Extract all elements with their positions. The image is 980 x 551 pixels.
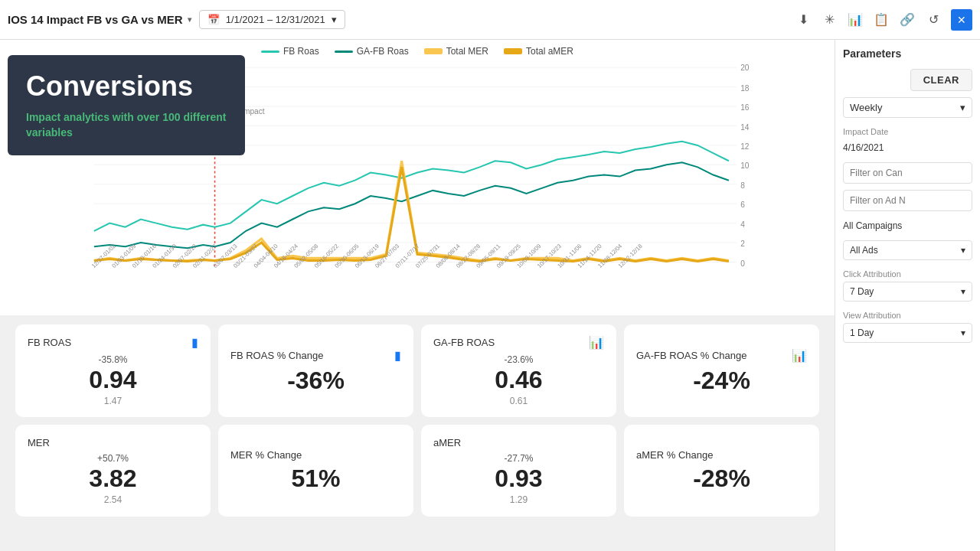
card-amer-pct-value: -28% (693, 465, 750, 492)
view-attribution-value: 1 Day (850, 328, 874, 338)
date-dropdown-icon: ▾ (332, 14, 337, 25)
svg-text:16: 16 (740, 103, 750, 112)
card-mer-title-row: MER (28, 437, 198, 448)
card-amer-value: 0.93 (495, 465, 542, 492)
click-attribution-select[interactable]: 7 Day ▾ (843, 282, 972, 302)
download-icon[interactable]: ⬇ (795, 11, 812, 28)
metric-card-fb-roas: FB ROAS ▮ -35.8% 0.94 1.47 (15, 324, 211, 417)
legend-total-amer-line (504, 48, 522, 54)
all-ads-select[interactable]: All Ads ▾ (843, 240, 972, 260)
card-ga-fb-change: -23.6% (504, 354, 533, 365)
card-mer-baseline: 2.54 (104, 494, 122, 505)
close-button[interactable]: ✕ (951, 9, 972, 31)
card-fb-roas-pct-title-row: FB ROAS % Change ▮ (230, 348, 401, 363)
card-ga-fb-pct-title-row: GA-FB ROAS % Change 📊 (636, 348, 807, 363)
all-campaigns-label: All Campaigns (843, 217, 972, 234)
view-attribution-select[interactable]: 1 Day ▾ (843, 323, 972, 343)
card-amer-title: aMER (433, 437, 461, 448)
clear-button[interactable]: CLEAR (910, 69, 972, 91)
legend-total-amer-label: Total aMER (526, 46, 573, 57)
header-icons: ⬇ ✳ 📊 📋 🔗 ↺ ✕ (795, 9, 972, 31)
card-mer-pct-title-row: MER % Change (230, 449, 401, 461)
legend-total-mer: Total MER (424, 46, 488, 57)
cards-row-1: FB ROAS ▮ -35.8% 0.94 1.47 FB ROAS % Cha… (15, 324, 819, 417)
bar-chart-icon[interactable]: 📊 (847, 11, 864, 28)
copy-icon[interactable]: 📋 (873, 11, 890, 28)
card-ga-fb-title: GA-FB ROAS (433, 337, 495, 348)
refresh-icon[interactable]: ↺ (925, 11, 942, 28)
card-ga-fb-value: 0.46 (495, 367, 542, 393)
legend-total-amer: Total aMER (504, 46, 573, 57)
filter-ad-input[interactable] (843, 190, 972, 211)
date-range-text: 1/1/2021 – 12/31/2021 (226, 14, 325, 25)
filter-campaign-input[interactable] (843, 162, 972, 184)
filter-ad-section (843, 190, 972, 211)
card-mer-pct-value: 51% (291, 465, 340, 492)
card-fb-roas-baseline: 1.47 (104, 396, 122, 406)
impact-date-section: Impact Date 4/16/2021 (843, 124, 972, 156)
svg-text:0: 0 (740, 259, 745, 268)
date-picker[interactable]: 📅 1/1/2021 – 12/31/2021 ▾ (199, 10, 345, 29)
all-ads-dropdown-icon: ▾ (961, 245, 965, 256)
legend-ga-fb-roas-label: GA-FB Roas (357, 46, 409, 57)
facebook-icon: ▮ (191, 335, 198, 350)
view-attribution-dropdown-icon: ▾ (961, 328, 965, 338)
card-ga-fb-pct-title: GA-FB ROAS % Change (636, 350, 747, 361)
frequency-label: Weekly (850, 102, 882, 113)
card-fb-roas-value: 0.94 (89, 367, 136, 393)
metric-card-mer: MER +50.7% 3.82 2.54 (15, 425, 211, 517)
filter-campaign-section (843, 162, 972, 184)
legend-total-mer-label: Total MER (446, 46, 488, 57)
content-area: Conversions Impact analytics with over 1… (0, 40, 835, 551)
sidebar-title: Parameters (843, 47, 972, 60)
metric-card-fb-roas-change: FB ROAS % Change ▮ -36% (218, 324, 413, 417)
card-amer-pct-title-row: aMER % Change (636, 449, 807, 461)
analytics-icon-2: 📊 (792, 348, 807, 363)
click-attribution-section: Click Attribution 7 Day ▾ (843, 266, 972, 302)
metric-card-amer-change: aMER % Change -28% (624, 425, 819, 517)
click-attribution-label: Click Attribution (843, 269, 972, 279)
main-layout: Conversions Impact analytics with over 1… (0, 40, 980, 551)
view-attribution-label: View Attribution (843, 311, 972, 320)
svg-text:6: 6 (740, 201, 745, 209)
card-ga-fb-baseline: 0.61 (510, 396, 528, 406)
link-icon[interactable]: 🔗 (899, 11, 916, 28)
facebook-icon-2: ▮ (394, 348, 401, 363)
click-attribution-dropdown-icon: ▾ (961, 286, 965, 297)
legend-fb-roas-label: FB Roas (283, 46, 319, 57)
title-section: IOS 14 Impact FB vs GA vs MER ▾ (8, 13, 191, 26)
view-attribution-section: View Attribution 1 Day ▾ (843, 308, 972, 343)
header: IOS 14 Impact FB vs GA vs MER ▾ 📅 1/1/20… (0, 0, 980, 40)
calendar-icon: 📅 (207, 14, 220, 25)
card-fb-roas-title-row: FB ROAS ▮ (28, 335, 198, 350)
card-mer-title: MER (28, 437, 50, 448)
legend-ga-fb-roas: GA-FB Roas (335, 46, 409, 57)
card-mer-value: 3.82 (89, 465, 136, 492)
svg-text:12: 12 (740, 142, 750, 151)
conversions-subtitle: Impact analytics with over 100 different… (26, 110, 227, 140)
snowflake-icon[interactable]: ✳ (821, 11, 838, 28)
card-amer-pct-title: aMER % Change (636, 449, 713, 461)
svg-text:8: 8 (740, 181, 745, 190)
card-amer-title-row: aMER (433, 437, 604, 448)
sidebar: Parameters CLEAR Weekly ▾ Impact Date 4/… (835, 40, 980, 551)
card-ga-fb-pct-value: -24% (693, 367, 750, 394)
legend-fb-roas-line (261, 51, 279, 53)
metric-card-amer: aMER -27.7% 0.93 1.29 (421, 425, 616, 517)
click-attribution-value: 7 Day (850, 286, 874, 297)
title-dropdown-icon[interactable]: ▾ (188, 15, 191, 24)
legend-total-mer-line (424, 48, 443, 54)
impact-date-value: 4/16/2021 (843, 139, 972, 156)
svg-text:14: 14 (740, 123, 750, 132)
card-amer-change: -27.7% (504, 453, 533, 464)
cards-section: FB ROAS ▮ -35.8% 0.94 1.47 FB ROAS % Cha… (0, 315, 835, 526)
metric-card-mer-change: MER % Change 51% (218, 425, 413, 517)
metric-card-ga-fb-roas: GA-FB ROAS 📊 -23.6% 0.46 0.61 (421, 324, 616, 417)
frequency-select[interactable]: Weekly ▾ (843, 97, 972, 118)
svg-text:2: 2 (740, 240, 745, 248)
svg-text:20: 20 (740, 64, 750, 72)
svg-text:18: 18 (740, 84, 750, 93)
card-amer-baseline: 1.29 (510, 494, 528, 505)
svg-text:4: 4 (740, 220, 745, 229)
frequency-dropdown-icon: ▾ (960, 102, 965, 113)
